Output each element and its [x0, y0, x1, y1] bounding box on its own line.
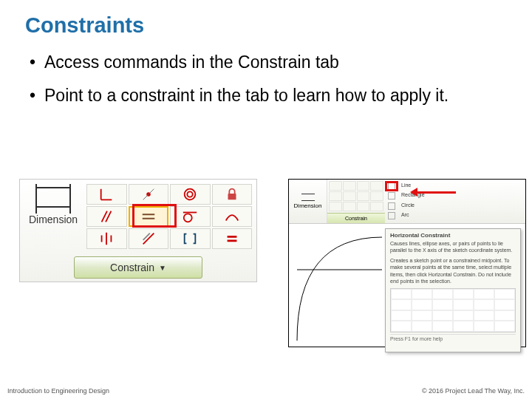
constraint-tooltip: Horizontal Constraint Causes lines, elli… — [385, 228, 521, 352]
chevron-down-icon: ▼ — [159, 264, 166, 272]
dimension-button[interactable]: Dimension — [20, 180, 86, 253]
concentric-icon[interactable] — [170, 184, 211, 205]
svg-point-4 — [184, 214, 192, 222]
constrain-ribbon-panel: Dimension Constrain ▼ — [19, 179, 257, 282]
equal-brackets-icon[interactable] — [170, 228, 211, 249]
parallel-icon[interactable] — [86, 206, 127, 227]
footer-left: Introduction to Engineering Design — [7, 387, 109, 395]
perpendicular-icon[interactable] — [86, 184, 127, 205]
smooth-icon[interactable] — [212, 206, 253, 227]
svg-point-1 — [185, 189, 196, 200]
equal-icon[interactable] — [212, 228, 253, 249]
red-highlight-box — [132, 204, 177, 228]
tooltip-title: Horizontal Constraint — [390, 232, 516, 239]
footer-right: © 2016 Project Lead The Way, Inc. — [422, 387, 525, 395]
tooltip-footer: Press F1 for more help — [390, 334, 516, 341]
dimension-icon — [301, 194, 315, 201]
bullet-item: Access commands in the Constrain tab — [25, 51, 507, 74]
tooltip-grid-preview — [390, 288, 516, 332]
mini-constrain-label: Constrain — [327, 213, 385, 223]
bullet-item: Point to a constraint in the tab to lear… — [25, 84, 507, 107]
collinear-icon[interactable] — [129, 228, 169, 249]
slide-title: Constraints — [25, 13, 507, 38]
dimension-label: Dimension — [29, 214, 78, 225]
svg-point-2 — [188, 191, 193, 197]
coincident-icon[interactable] — [129, 184, 169, 205]
symmetric-icon[interactable] — [86, 228, 127, 249]
mini-dimension-label: Dimension — [294, 202, 322, 209]
sketch-curve — [293, 230, 382, 341]
rect-icon[interactable] — [388, 192, 395, 200]
lock-icon[interactable] — [212, 184, 253, 205]
constrain-dropdown[interactable]: Constrain ▼ — [74, 256, 202, 279]
tooltip-text: Causes lines, ellipse axes, or pairs of … — [390, 240, 516, 254]
constrain-label: Constrain — [110, 262, 154, 273]
circle-icon[interactable] — [388, 202, 395, 210]
bullet-list: Access commands in the Constrain tab Poi… — [25, 51, 507, 107]
mini-dimension-button[interactable]: Dimension — [289, 180, 327, 223]
svg-rect-3 — [228, 194, 236, 200]
tooltip-text: Creates a sketch point or a constrained … — [390, 257, 516, 285]
red-highlight-box — [385, 181, 398, 191]
red-arrow-icon — [412, 186, 463, 198]
arc-icon[interactable] — [388, 212, 395, 219]
mini-ribbon: Dimension Constrain Line Rectangle Circl… — [289, 180, 525, 224]
slide-footer: Introduction to Engineering Design © 201… — [0, 387, 532, 395]
dimension-icon — [36, 187, 70, 208]
mini-constrain-panel: Constrain — [327, 180, 385, 223]
app-screenshot: Dimension Constrain Line Rectangle Circl… — [288, 179, 526, 347]
